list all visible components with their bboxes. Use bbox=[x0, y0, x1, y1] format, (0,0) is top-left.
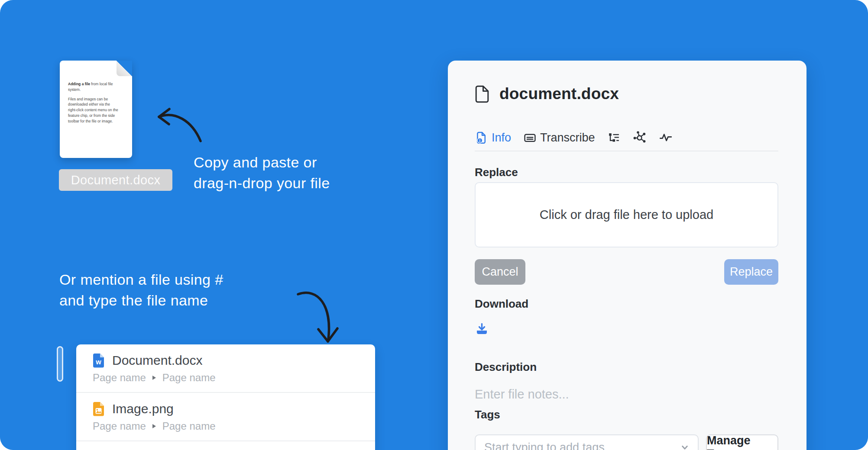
panel-title-row: document.docx bbox=[475, 85, 619, 103]
tab-transcribe[interactable]: Transcribe bbox=[523, 131, 595, 145]
cancel-button[interactable]: Cancel bbox=[475, 259, 525, 285]
download-heading: Download bbox=[475, 297, 528, 311]
file-row-top: Image.png bbox=[93, 402, 375, 416]
paper-paragraph-body: Files and images can be downloaded eithe… bbox=[68, 96, 119, 124]
file-row-top: w Document.docx bbox=[93, 353, 375, 368]
description-input[interactable]: Enter file notes... bbox=[475, 387, 569, 402]
tab-activity[interactable] bbox=[659, 131, 673, 145]
paper-fold-corner bbox=[117, 61, 132, 76]
mention-callout: Or mention a file using # and type the f… bbox=[59, 269, 223, 311]
tabs-divider bbox=[475, 151, 778, 151]
document-chip-label: Document.docx bbox=[59, 169, 172, 191]
curved-arrow-to-paper-icon bbox=[154, 103, 206, 146]
curved-arrow-to-list-icon bbox=[291, 285, 343, 347]
onboarding-screen: Adding a file from local file system. Fi… bbox=[0, 0, 868, 450]
mention-callout-line2: and type the file name bbox=[59, 290, 223, 311]
breadcrumb-page: Page name bbox=[93, 372, 146, 384]
paper-illustration: Adding a file from local file system. Fi… bbox=[60, 61, 132, 158]
graph-icon bbox=[633, 131, 647, 145]
panel-tabs: Info Transcribe bbox=[475, 129, 673, 146]
tags-heading: Tags bbox=[475, 408, 500, 421]
tags-input-placeholder: Start typing to add tags... bbox=[484, 441, 614, 450]
image-file-icon bbox=[93, 402, 104, 416]
tab-graph[interactable] bbox=[633, 131, 647, 145]
breadcrumb-page: Page name bbox=[162, 372, 216, 384]
paper-paragraph-intro: Adding a file from local file system. bbox=[68, 81, 119, 93]
svg-text:w: w bbox=[95, 358, 101, 366]
dropzone-text: Click or drag file here to upload bbox=[540, 208, 713, 222]
file-icon bbox=[475, 85, 489, 103]
activity-icon bbox=[659, 131, 673, 145]
file-mention-list: w Document.docx Page name Page name Im bbox=[76, 344, 375, 450]
breadcrumb: Page name Page name bbox=[93, 420, 375, 432]
breadcrumb-page: Page name bbox=[93, 420, 146, 432]
manage-tags-button[interactable]: Manage Tags bbox=[706, 434, 778, 450]
breadcrumb-page: Page name bbox=[162, 420, 216, 432]
tags-input[interactable]: Start typing to add tags... bbox=[475, 434, 699, 450]
list-tree-icon bbox=[607, 131, 621, 145]
tab-transcribe-label: Transcribe bbox=[540, 131, 595, 145]
page-title: document.docx bbox=[499, 85, 619, 103]
breadcrumb: Page name Page name bbox=[93, 372, 375, 384]
file-name: Image.png bbox=[112, 402, 174, 416]
mention-callout-line1: Or mention a file using # bbox=[59, 269, 223, 290]
replace-button[interactable]: Replace bbox=[724, 259, 778, 285]
breadcrumb-separator-icon bbox=[152, 375, 157, 381]
word-file-icon: w bbox=[93, 353, 104, 368]
transcribe-icon bbox=[523, 131, 537, 145]
description-heading: Description bbox=[475, 360, 537, 374]
file-info-icon bbox=[475, 131, 488, 145]
tab-info-label: Info bbox=[492, 131, 511, 145]
file-dropzone[interactable]: Click or drag file here to upload bbox=[475, 182, 778, 248]
file-name: Document.docx bbox=[112, 353, 202, 368]
chevron-down-icon[interactable] bbox=[679, 441, 691, 450]
breadcrumb-separator-icon bbox=[152, 423, 157, 429]
list-item-document[interactable]: w Document.docx Page name Page name bbox=[76, 344, 375, 393]
paper-text: Adding a file from local file system. Fi… bbox=[68, 81, 119, 128]
text-cursor-pill bbox=[57, 346, 63, 382]
paper-intro-bold: Adding a file bbox=[68, 82, 90, 86]
replace-heading: Replace bbox=[475, 166, 518, 179]
copy-paste-callout-line2: drag-n-drop your file bbox=[194, 173, 330, 193]
copy-paste-callout-line1: Copy and paste or bbox=[194, 152, 330, 173]
tab-outline[interactable] bbox=[607, 131, 621, 145]
download-icon[interactable] bbox=[475, 322, 489, 336]
file-details-panel: document.docx Info Transcrib bbox=[448, 61, 806, 450]
tab-info[interactable]: Info bbox=[475, 131, 511, 145]
list-item-image[interactable]: Image.png Page name Page name bbox=[76, 393, 375, 441]
copy-paste-callout: Copy and paste or drag-n-drop your file bbox=[194, 152, 330, 193]
